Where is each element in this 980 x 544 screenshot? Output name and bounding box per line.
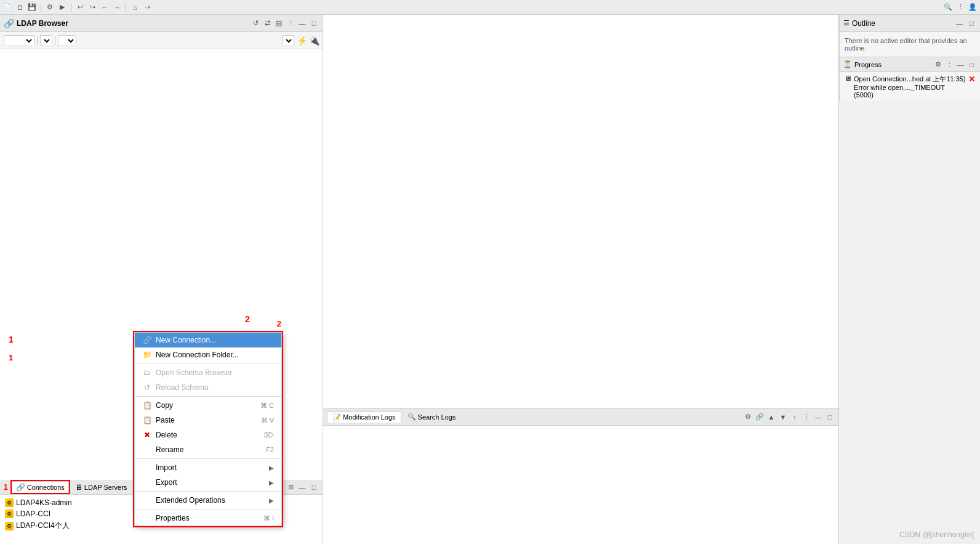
label-1-fixed: 1 xyxy=(9,335,14,344)
outline-title-label: Outline xyxy=(852,19,875,28)
panel-refresh-btn[interactable]: ↺ xyxy=(251,18,260,28)
label-1: 1 xyxy=(4,483,8,492)
panel-sync-btn[interactable]: ⇄ xyxy=(262,18,272,28)
menu-extended-ops-label: Extended Operations xyxy=(156,496,225,505)
menu-item-schema-browser-left: 🗂 Open Schema Browser xyxy=(142,368,232,378)
menu-item-rename[interactable]: Rename F2 xyxy=(135,442,281,457)
menu-item-delete[interactable]: ✖ Delete ⌦ xyxy=(135,428,281,442)
logs-tabs: 📝 Modification Logs 🔍 Search Logs xyxy=(327,412,460,423)
tree-item-icon-ldapcci: ⚙ xyxy=(5,509,14,518)
menu-item-new-connection-left: 🔗 New Connection... xyxy=(142,335,216,345)
panel-view-btn[interactable]: ▤ xyxy=(274,18,284,28)
menu-item-properties[interactable]: Properties ⌘ I xyxy=(135,511,281,526)
tab-search-logs[interactable]: 🔍 Search Logs xyxy=(403,412,461,423)
ldap-browser-icon: 🔗 xyxy=(4,18,14,28)
label-2: 2 xyxy=(277,319,281,328)
logs-export-btn[interactable]: ↑ xyxy=(790,412,800,422)
ldap-browser-label: LDAP Browser xyxy=(17,19,68,28)
outline-content: There is no active editor that provides … xyxy=(840,32,980,57)
outline-min-btn[interactable]: — xyxy=(955,18,965,28)
toolbar-icon-settings[interactable]: ⋮ xyxy=(955,2,965,12)
logs-down-btn[interactable]: ▼ xyxy=(778,412,788,422)
mod-logs-label: Modification Logs xyxy=(343,413,396,421)
panel-header-icons: ↺ ⇄ ▤ ⋮ — □ xyxy=(251,18,319,28)
filter-select-4[interactable] xyxy=(282,35,294,46)
tree-item-label-ldapcci: LDAP-CCI xyxy=(16,509,50,518)
toolbar-sep-3 xyxy=(126,3,126,12)
panel-menu-btn[interactable]: ⋮ xyxy=(286,18,295,28)
panel-min-btn[interactable]: — xyxy=(297,18,307,28)
ldap-servers-tab[interactable]: 🖥 LDAP Servers xyxy=(71,482,131,493)
sub-toolbar-disconnect-btn[interactable]: 🔌 xyxy=(309,36,319,46)
filter-select-3[interactable] xyxy=(58,35,76,46)
tab-modification-logs[interactable]: 📝 Modification Logs xyxy=(327,412,401,423)
menu-item-schema-browser: 🗂 Open Schema Browser xyxy=(135,365,281,380)
menu-paste-shortcut: ⌘ V xyxy=(261,416,274,424)
progress-title-label: Progress xyxy=(854,61,882,68)
menu-item-copy[interactable]: 📋 Copy ⌘ C xyxy=(135,398,281,413)
conn-header-max-btn[interactable]: □ xyxy=(309,482,319,492)
logs-max-btn[interactable]: □ xyxy=(825,412,835,422)
outline-max-btn[interactable]: □ xyxy=(966,18,976,28)
conn-header-expand-btn[interactable]: ⊞ xyxy=(286,482,295,492)
menu-item-delete-left: ✖ Delete xyxy=(142,430,177,440)
menu-properties-icon xyxy=(142,513,152,523)
outline-panel: ☰ Outline — □ There is no active editor … xyxy=(839,15,980,57)
label-2-fixed: 2 xyxy=(245,314,250,324)
menu-item-rename-left: Rename xyxy=(142,445,183,455)
toolbar-icon-new[interactable]: 🗋 xyxy=(15,2,25,12)
progress-menu-btn[interactable]: ⋮ xyxy=(944,60,954,70)
menu-item-paste[interactable]: 📋 Paste ⌘ V xyxy=(135,413,281,428)
menu-item-extended-ops[interactable]: Extended Operations ▶ xyxy=(135,493,281,508)
logs-up-btn[interactable]: ▲ xyxy=(766,412,776,422)
panel-max-btn[interactable]: □ xyxy=(309,18,319,28)
menu-sep-2 xyxy=(135,396,281,397)
logs-header: 📝 Modification Logs 🔍 Search Logs ⚙ 🔗 ▲ … xyxy=(323,408,838,426)
progress-max-btn[interactable]: □ xyxy=(966,60,976,70)
menu-import-label: Import xyxy=(156,463,177,472)
progress-close-btn[interactable]: ✕ xyxy=(968,75,975,84)
toolbar-icon-back[interactable]: ← xyxy=(100,2,110,12)
toolbar-icon-undo[interactable]: ↩ xyxy=(75,2,85,12)
toolbar-icon-home[interactable]: ⌂ xyxy=(130,2,140,12)
menu-item-import[interactable]: Import ▶ xyxy=(135,460,281,475)
menu-copy-icon: 📋 xyxy=(142,400,152,410)
outline-header-icons: — □ xyxy=(955,18,976,28)
toolbar-icon-nav2[interactable]: ⇢ xyxy=(142,2,152,12)
toolbar-icon-file[interactable]: 📄 xyxy=(2,2,12,12)
toolbar-icon-user[interactable]: 👤 xyxy=(968,2,978,12)
tree-item-icon-ldapcci4: ⚙ xyxy=(5,522,14,530)
toolbar-icon-run[interactable]: ▶ xyxy=(57,2,67,12)
logs-link-btn[interactable]: 🔗 xyxy=(755,412,765,422)
outline-title-area: ☰ Outline xyxy=(843,19,875,28)
menu-item-new-connection[interactable]: 🔗 New Connection... xyxy=(135,333,281,347)
menu-properties-label: Properties xyxy=(156,514,190,522)
connections-tab[interactable]: 🔗 Connections xyxy=(12,481,69,493)
menu-item-paste-left: 📋 Paste xyxy=(142,415,175,425)
menu-item-export[interactable]: Export ▶ xyxy=(135,475,281,490)
logs-menu-btn[interactable]: ⋮ xyxy=(801,412,811,422)
progress-min-btn[interactable]: — xyxy=(955,60,965,70)
logs-header-icons: ⚙ 🔗 ▲ ▼ ↑ ⋮ — □ xyxy=(743,412,835,422)
menu-item-new-folder[interactable]: 📁 New Connection Folder... xyxy=(135,347,281,362)
logs-gear-btn[interactable]: ⚙ xyxy=(743,412,753,422)
toolbar-icon-redo[interactable]: ↪ xyxy=(87,2,97,12)
menu-export-icon xyxy=(142,477,152,487)
conn-header-min-btn[interactable]: — xyxy=(297,482,307,492)
menu-item-extended-ops-left: Extended Operations xyxy=(142,495,225,505)
progress-gear-btn[interactable]: ⚙ xyxy=(933,60,943,70)
toolbar-icon-gear[interactable]: ⚙ xyxy=(45,2,55,12)
context-menu: 2 🔗 New Connection... 📁 New Connection F… xyxy=(134,332,282,526)
filter-select-2[interactable] xyxy=(40,35,52,46)
toolbar-icon-save[interactable]: 💾 xyxy=(27,2,37,12)
progress-item-icon: 🖥 xyxy=(845,75,851,82)
menu-reload-icon: ↺ xyxy=(142,383,152,392)
logs-min-btn[interactable]: — xyxy=(813,412,823,422)
toolbar-icon-forward[interactable]: → xyxy=(112,2,122,12)
mod-logs-icon: 📝 xyxy=(332,413,341,421)
menu-paste-icon: 📋 xyxy=(142,415,152,425)
toolbar-icon-search[interactable]: 🔍 xyxy=(943,2,953,12)
filter-select-1[interactable] xyxy=(4,35,34,46)
sub-toolbar-connect-btn[interactable]: ⚡ xyxy=(297,36,307,46)
menu-reload-schema-label: Reload Schema xyxy=(156,383,208,392)
